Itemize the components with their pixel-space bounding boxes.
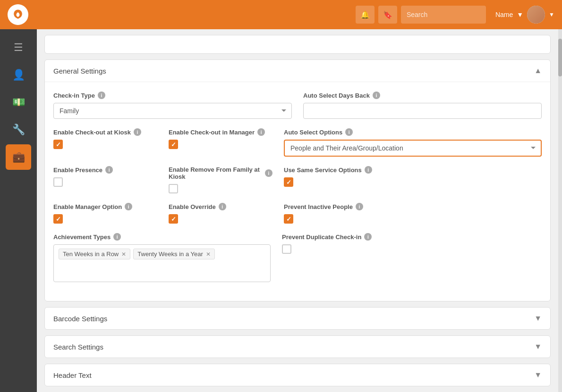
avatar bbox=[527, 6, 545, 24]
prevent-inactive-label: Prevent Inactive People bbox=[284, 203, 353, 210]
active-indicator bbox=[6, 148, 8, 166]
enable-remove-family-label: Enable Remove From Family at Kiosk bbox=[169, 166, 262, 180]
general-settings-title: General Settings bbox=[53, 67, 106, 75]
achievement-types-tags-input[interactable]: Ten Weeks in a Row ✕ Twenty Weeks in a Y… bbox=[53, 244, 271, 282]
auto-select-days-field: Auto Select Days Back i 10 bbox=[303, 92, 542, 119]
search-input[interactable] bbox=[401, 6, 486, 24]
bell-button[interactable]: 🔔 bbox=[356, 6, 375, 24]
checkout-manager-field: Enable Check-out in Manager i bbox=[169, 128, 272, 157]
enable-override-info-icon[interactable]: i bbox=[219, 203, 226, 210]
user-menu[interactable]: Name ▼ ▼ bbox=[495, 6, 554, 24]
header-text-expand-icon: ▼ bbox=[534, 371, 542, 379]
barcode-settings-header[interactable]: Barcode Settings ▼ bbox=[45, 308, 550, 329]
sidebar-item-briefcase[interactable]: 💼 bbox=[6, 144, 31, 170]
user-name: Name bbox=[495, 11, 513, 18]
check-in-type-info-icon[interactable]: i bbox=[98, 92, 105, 99]
prevent-duplicate-checkbox-wrapper bbox=[282, 244, 542, 254]
search-expand-icon: ▼ bbox=[534, 342, 542, 351]
bookmark-button[interactable]: 🔖 bbox=[378, 6, 397, 24]
search-settings-title: Search Settings bbox=[53, 343, 103, 351]
scrollbar-thumb[interactable] bbox=[558, 39, 562, 76]
general-settings-header[interactable]: General Settings ▲ bbox=[45, 60, 550, 82]
check-in-type-field: Check-in Type i Family Individual bbox=[53, 92, 292, 119]
topnav-icons: 🔔 🔖 Name ▼ ▼ bbox=[356, 6, 554, 24]
notes-icon: ☰ bbox=[14, 42, 23, 54]
prevent-inactive-checkbox-wrapper bbox=[284, 214, 542, 224]
achievement-types-field: Achievement Types i Ten Weeks in a Row ✕… bbox=[53, 233, 271, 282]
header-text-section: Header Text ▼ bbox=[44, 364, 551, 386]
person-icon: 👤 bbox=[12, 69, 25, 81]
row-3: Enable Presence i Enable Remove From Fam… bbox=[53, 166, 542, 193]
enable-remove-family-checkbox-wrapper bbox=[169, 184, 272, 193]
checkout-kiosk-label: Enable Check-out at Kiosk bbox=[53, 129, 131, 136]
check-in-type-select[interactable]: Family Individual bbox=[53, 103, 292, 119]
auto-select-options-info-icon[interactable]: i bbox=[345, 128, 353, 136]
enable-remove-family-field: Enable Remove From Family at Kiosk i bbox=[169, 166, 272, 193]
checkout-kiosk-field: Enable Check-out at Kiosk i bbox=[53, 128, 157, 157]
auto-select-options-field: Auto Select Options i People and Their A… bbox=[284, 128, 542, 157]
enable-remove-family-checkbox[interactable] bbox=[169, 184, 178, 193]
tag-ten-weeks-remove[interactable]: ✕ bbox=[121, 251, 126, 257]
prevent-duplicate-info-icon[interactable]: i bbox=[364, 233, 372, 241]
wrench-icon: 🔧 bbox=[12, 124, 25, 136]
search-settings-section: Search Settings ▼ bbox=[44, 335, 551, 358]
enable-presence-checkbox[interactable] bbox=[53, 177, 63, 187]
checkout-kiosk-checkbox[interactable] bbox=[53, 140, 63, 149]
use-same-service-label: Use Same Service Options bbox=[284, 167, 362, 174]
use-same-service-checkbox-wrapper bbox=[284, 177, 542, 187]
row-2: Enable Check-out at Kiosk i Enable Check… bbox=[53, 128, 542, 157]
auto-select-options-select[interactable]: People and Their Area/Group/Location Peo… bbox=[284, 140, 542, 157]
achievement-types-info-icon[interactable]: i bbox=[113, 233, 121, 241]
enable-manager-option-checkbox-wrapper bbox=[53, 214, 157, 224]
header-text-header[interactable]: Header Text ▼ bbox=[45, 364, 550, 386]
prevent-inactive-field: Prevent Inactive People i bbox=[284, 203, 542, 224]
search-settings-header[interactable]: Search Settings ▼ bbox=[45, 336, 550, 358]
check-in-type-label: Check-in Type bbox=[53, 92, 95, 99]
checkout-manager-info-icon[interactable]: i bbox=[257, 128, 265, 136]
enable-override-checkbox[interactable] bbox=[169, 214, 178, 224]
enable-override-field: Enable Override i bbox=[169, 203, 272, 224]
checkout-kiosk-info-icon[interactable]: i bbox=[134, 128, 141, 136]
sidebar-item-person[interactable]: 👤 bbox=[6, 62, 31, 88]
scrollbar[interactable] bbox=[558, 29, 562, 392]
prevent-inactive-checkbox[interactable] bbox=[284, 214, 293, 224]
icon-name-input[interactable]: fa fa-child bbox=[51, 41, 544, 48]
auto-select-options-label: Auto Select Options bbox=[284, 129, 342, 136]
sidebar-item-settings[interactable]: 🔧 bbox=[6, 117, 31, 142]
enable-presence-info-icon[interactable]: i bbox=[105, 166, 113, 174]
general-settings-section: General Settings ▲ Check-in Type i Famil… bbox=[44, 59, 551, 301]
sidebar-item-notes[interactable]: ☰ bbox=[6, 35, 31, 60]
checkout-manager-checkbox[interactable] bbox=[169, 140, 178, 149]
tag-twenty-weeks-remove[interactable]: ✕ bbox=[206, 251, 211, 257]
bookmark-icon: 🔖 bbox=[383, 10, 392, 19]
finance-icon: 💵 bbox=[12, 96, 25, 108]
icon-name-field: fa fa-child bbox=[44, 35, 551, 54]
use-same-service-info-icon[interactable]: i bbox=[365, 166, 372, 174]
enable-manager-option-checkbox[interactable] bbox=[53, 214, 63, 224]
enable-presence-checkbox-wrapper bbox=[53, 177, 157, 187]
enable-override-label: Enable Override bbox=[169, 203, 216, 210]
use-same-service-checkbox[interactable] bbox=[284, 177, 293, 187]
main-content: fa fa-child General Settings ▲ Check-in … bbox=[37, 29, 558, 392]
checkout-kiosk-checkbox-wrapper bbox=[53, 140, 157, 149]
tag-ten-weeks: Ten Weeks in a Row ✕ bbox=[59, 249, 130, 259]
topnav: 🔔 🔖 Name ▼ ▼ bbox=[0, 0, 562, 29]
prevent-inactive-info-icon[interactable]: i bbox=[356, 203, 363, 210]
sidebar: ☰ 👤 💵 🔧 💼 bbox=[0, 29, 37, 392]
row-4: Enable Manager Option i Enable Override … bbox=[53, 203, 542, 224]
sidebar-item-finance[interactable]: 💵 bbox=[6, 90, 31, 115]
enable-presence-label: Enable Presence bbox=[53, 167, 102, 174]
prevent-duplicate-checkbox[interactable] bbox=[282, 244, 291, 254]
dropdown-arrow-icon: ▼ bbox=[517, 11, 523, 18]
checkout-manager-checkbox-wrapper bbox=[169, 140, 272, 149]
logo[interactable] bbox=[8, 4, 28, 25]
auto-select-days-label: Auto Select Days Back bbox=[303, 92, 370, 99]
enable-remove-family-info-icon[interactable]: i bbox=[265, 169, 272, 177]
auto-select-days-info-icon[interactable]: i bbox=[373, 92, 380, 99]
auto-select-days-input[interactable]: 10 bbox=[303, 103, 542, 119]
chevron-down-icon: ▼ bbox=[549, 11, 554, 18]
achievement-types-label: Achievement Types bbox=[53, 234, 111, 241]
enable-manager-option-info-icon[interactable]: i bbox=[125, 203, 132, 210]
enable-override-checkbox-wrapper bbox=[169, 214, 272, 224]
general-settings-body: Check-in Type i Family Individual Auto S… bbox=[45, 82, 550, 301]
